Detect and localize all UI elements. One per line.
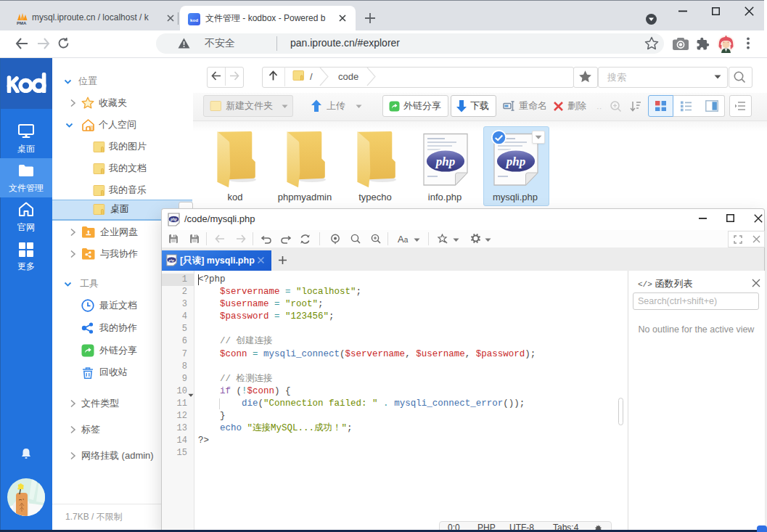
- svg-text:kod: kod: [190, 17, 198, 22]
- svg-text:php: php: [435, 155, 455, 168]
- svg-text:php: php: [168, 258, 175, 262]
- svg-text:PMA: PMA: [17, 21, 27, 25]
- svg-text:php: php: [170, 217, 177, 221]
- svg-text:php: php: [505, 155, 525, 168]
